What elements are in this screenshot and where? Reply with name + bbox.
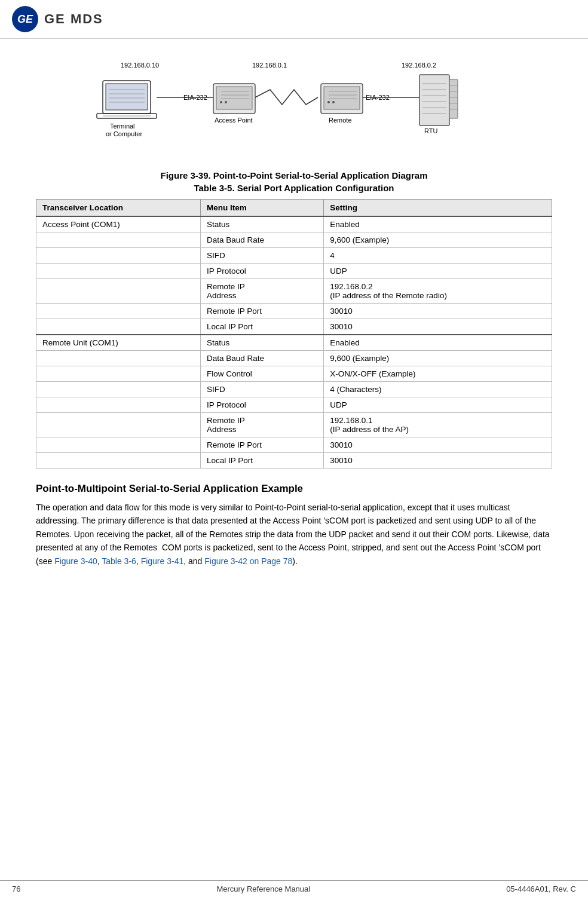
cell-menu-item: Status [201, 335, 324, 351]
figure-caption: Figure 3-39. Point-to-Point Serial-to-Se… [36, 170, 552, 180]
footer-page-number: 76 [12, 884, 20, 893]
col-header-location: Transceiver Location [36, 200, 201, 217]
diagram-container: 192.168.0.10 192.168.0.1 192.168.0.2 Ter… [36, 57, 552, 164]
cell-setting: X-ON/X-OFF (Example) [324, 366, 552, 382]
table-row: Remote Unit (COM1)StatusEnabled [36, 335, 552, 351]
cell-setting: 4 [324, 248, 552, 264]
col-header-menu: Menu Item [201, 200, 324, 217]
table-row: Local IP Port30010 [36, 319, 552, 335]
cell-menu-item: SIFD [201, 248, 324, 264]
cell-menu-item: Data Baud Rate [201, 351, 324, 366]
table-row: Local IP Port30010 [36, 453, 552, 469]
cell-setting: 9,600 (Example) [324, 232, 552, 248]
table-row: IP ProtocolUDP [36, 264, 552, 279]
cell-location [36, 304, 201, 319]
svg-rect-1 [106, 84, 148, 110]
cell-setting: 9,600 (Example) [324, 351, 552, 366]
page-header: GE GE MDS [0, 0, 588, 39]
link-figure-340[interactable]: Figure 3-40 [54, 556, 97, 566]
svg-rect-18 [324, 87, 360, 109]
link-figure-342[interactable]: Figure 3-42 on Page 78 [204, 556, 292, 566]
table-row: Remote IP Address192.168.0.1 (IP address… [36, 413, 552, 437]
cell-setting: 4 (Characters) [324, 382, 552, 397]
svg-rect-11 [216, 87, 252, 109]
table-row: SIFD4 [36, 248, 552, 264]
cell-location: Access Point (COM1) [36, 216, 201, 232]
ip-label-middle: 192.168.0.1 [252, 62, 287, 69]
rtu-label: RTU [424, 127, 437, 134]
table-row: SIFD4 (Characters) [36, 382, 552, 397]
table-row: Remote IP Port30010 [36, 437, 552, 453]
table-row: Access Point (COM1)StatusEnabled [36, 216, 552, 232]
cell-setting: UDP [324, 264, 552, 279]
cell-menu-item: SIFD [201, 382, 324, 397]
svg-rect-25 [419, 75, 449, 125]
access-point-label: Access Point [215, 117, 253, 124]
cell-location: Remote Unit (COM1) [36, 335, 201, 351]
body-paragraph: The operation and data flow for this mod… [36, 501, 552, 568]
svg-point-16 [225, 101, 227, 103]
cell-setting: 192.168.0.1 (IP address of the AP) [324, 413, 552, 437]
ip-label-left: 192.168.0.10 [121, 62, 159, 69]
cell-setting: UDP [324, 397, 552, 413]
cell-menu-item: IP Protocol [201, 264, 324, 279]
link-table-36[interactable]: Table 3-6 [102, 556, 136, 566]
cell-setting: 192.168.0.2 (IP address of the Remote ra… [324, 279, 552, 304]
col-header-setting: Setting [324, 200, 552, 217]
link-figure-341[interactable]: Figure 3-41 [141, 556, 184, 566]
cell-location [36, 397, 201, 413]
cell-location [36, 437, 201, 453]
cell-menu-item: Flow Control [201, 366, 324, 382]
cell-location [36, 382, 201, 397]
ge-circle-logo: GE [12, 6, 38, 32]
cell-setting: 30010 [324, 453, 552, 469]
remote-label: Remote [329, 117, 352, 124]
cell-location [36, 248, 201, 264]
cell-location [36, 366, 201, 382]
table-row: Remote IP Port30010 [36, 304, 552, 319]
ip-label-right: 192.168.0.2 [402, 62, 436, 69]
cell-menu-item: Status [201, 216, 324, 232]
cell-setting: Enabled [324, 335, 552, 351]
ge-initials: GE [17, 13, 33, 26]
table-row: Data Baud Rate9,600 (Example) [36, 351, 552, 366]
page-footer: 76 Mercury Reference Manual 05-4446A01, … [0, 880, 588, 897]
main-content: 192.168.0.10 192.168.0.1 192.168.0.2 Ter… [0, 39, 588, 610]
cell-menu-item: Remote IP Address [201, 279, 324, 304]
cell-menu-item: Local IP Port [201, 319, 324, 335]
cell-menu-item: IP Protocol [201, 397, 324, 413]
terminal-label: Terminal [110, 123, 135, 130]
ge-logo: GE GE MDS [12, 6, 103, 32]
footer-manual-title: Mercury Reference Manual [216, 884, 310, 893]
section-heading: Point-to-Multipoint Serial-to-Serial App… [36, 483, 552, 495]
table-row: Data Baud Rate9,600 (Example) [36, 232, 552, 248]
table-row: Remote IP Address192.168.0.2 (IP address… [36, 279, 552, 304]
table-header-row: Transceiver Location Menu Item Setting [36, 200, 552, 217]
svg-point-23 [332, 101, 335, 103]
cell-setting: 30010 [324, 319, 552, 335]
cell-location [36, 264, 201, 279]
table-row: Flow ControlX-ON/X-OFF (Example) [36, 366, 552, 382]
cell-setting: 30010 [324, 304, 552, 319]
svg-text:or Computer: or Computer [106, 130, 142, 137]
cell-location [36, 413, 201, 437]
svg-point-22 [327, 101, 330, 103]
cell-menu-item: Remote IP Port [201, 437, 324, 453]
cell-location [36, 319, 201, 335]
brand-name: GE MDS [44, 11, 103, 27]
cell-menu-item: Remote IP Port [201, 304, 324, 319]
table-row: IP ProtocolUDP [36, 397, 552, 413]
cell-location [36, 232, 201, 248]
footer-doc-number: 05-4446A01, Rev. C [506, 884, 576, 893]
cell-location [36, 453, 201, 469]
config-table: Transceiver Location Menu Item Setting A… [36, 199, 552, 469]
cell-menu-item: Local IP Port [201, 453, 324, 469]
cell-setting: Enabled [324, 216, 552, 232]
cell-menu-item: Remote IP Address [201, 413, 324, 437]
cell-menu-item: Data Baud Rate [201, 232, 324, 248]
svg-point-15 [220, 101, 222, 103]
cell-location [36, 351, 201, 366]
cell-setting: 30010 [324, 437, 552, 453]
network-diagram: 192.168.0.10 192.168.0.1 192.168.0.2 Ter… [85, 57, 503, 164]
cell-location [36, 279, 201, 304]
